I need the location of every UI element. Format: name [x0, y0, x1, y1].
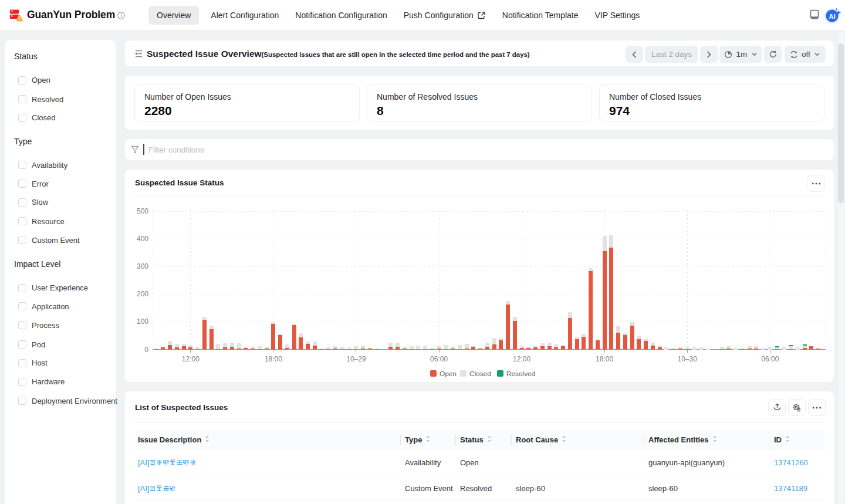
svg-text:06:00: 06:00 — [430, 355, 448, 363]
svg-text:Open: Open — [440, 370, 457, 378]
svg-text:200: 200 — [137, 290, 148, 298]
svg-text:300: 300 — [137, 262, 148, 270]
svg-text:Resolved: Resolved — [506, 370, 535, 378]
svg-text:06:00: 06:00 — [761, 355, 779, 363]
svg-text:10–29: 10–29 — [346, 355, 366, 363]
svg-text:0: 0 — [144, 346, 148, 354]
svg-text:18:00: 18:00 — [596, 355, 613, 363]
svg-text:400: 400 — [137, 235, 148, 243]
svg-text:12:00: 12:00 — [513, 355, 530, 363]
svg-text:100: 100 — [137, 317, 148, 326]
svg-text:10–30: 10–30 — [678, 355, 698, 363]
svg-text:12:00: 12:00 — [182, 355, 200, 363]
svg-text:500: 500 — [137, 207, 148, 215]
svg-text:AI: AI — [829, 13, 836, 20]
svg-text:18:00: 18:00 — [265, 355, 282, 363]
svg-text:Closed: Closed — [469, 370, 491, 378]
